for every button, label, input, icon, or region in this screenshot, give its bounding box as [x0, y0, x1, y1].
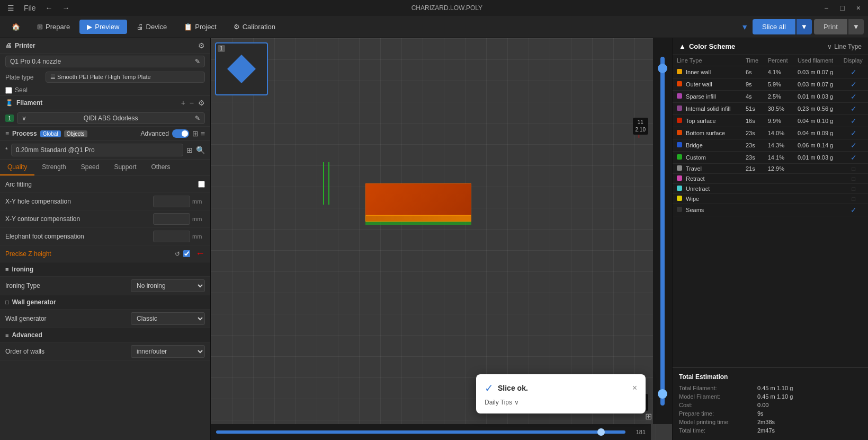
model-area — [365, 173, 471, 225]
minimize-btn[interactable]: − — [821, 3, 831, 13]
te-row-3: Prepare time:9s — [679, 409, 862, 418]
check-icon-3[interactable]: ✓ — [851, 104, 857, 113]
wall-gen-label: Wall generator — [5, 315, 131, 322]
row-check-12[interactable]: ✓ — [839, 204, 868, 216]
tab-speed[interactable]: Speed — [74, 160, 107, 175]
arc-fitting-checkbox[interactable] — [198, 181, 205, 188]
printer-settings-btn[interactable]: ⚙ — [198, 41, 205, 50]
precise-z-checkbox[interactable] — [183, 250, 190, 257]
xy-contour-label: X-Y contour compensation — [5, 215, 153, 223]
profile-select[interactable]: 0.20mm Standard @Q1 Pro — [11, 144, 183, 156]
precise-z-reset-icon[interactable]: ↺ — [175, 250, 180, 258]
check-icon-12[interactable]: ✓ — [851, 206, 857, 214]
seal-checkbox[interactable] — [5, 87, 12, 94]
row-fil-4: 0.04 m 0.10 g — [793, 115, 839, 127]
row-check-0[interactable]: ✓ — [839, 66, 868, 78]
close-btn[interactable]: × — [853, 3, 864, 13]
filament-remove-btn[interactable]: − — [190, 99, 194, 107]
file-menu[interactable]: File — [21, 3, 39, 13]
nav-home[interactable]: 🏠 — [4, 20, 28, 34]
collapse-icon[interactable]: ▲ — [679, 42, 686, 50]
check-icon-4[interactable]: ✓ — [851, 117, 857, 125]
tab-quality[interactable]: Quality — [0, 160, 34, 175]
col-header-time: Time — [741, 55, 764, 66]
slice-all-button[interactable]: Slice all — [753, 19, 795, 34]
timeline-track[interactable] — [216, 430, 625, 434]
slice-toast-close-btn[interactable]: × — [632, 383, 637, 393]
tab-strength[interactable]: Strength — [34, 160, 73, 175]
viewport[interactable]: 1 — [211, 38, 672, 440]
timeline-thumb[interactable] — [597, 428, 605, 436]
wall-gen-select[interactable]: Classic — [131, 312, 205, 325]
check-icon-6[interactable]: ✓ — [851, 141, 857, 149]
print-dropdown-btn[interactable]: ▼ — [848, 19, 864, 34]
badge-global[interactable]: Global — [40, 130, 61, 137]
back-btn[interactable]: ← — [42, 3, 56, 13]
filament-add-btn[interactable]: + — [181, 99, 185, 107]
seal-checkbox-label[interactable]: Seal — [5, 86, 28, 94]
process-copy-btn[interactable]: ⊞ — [192, 129, 199, 138]
check-empty-8[interactable]: □ — [852, 165, 856, 172]
badge-objects[interactable]: Objects — [64, 130, 87, 137]
nav-prepare[interactable]: ⊞ Prepare — [30, 20, 77, 34]
xy-contour-input[interactable]: 0 — [153, 213, 190, 225]
elephant-foot-input[interactable]: 0.15 — [153, 231, 190, 242]
row-check-9[interactable]: □ — [839, 174, 868, 184]
nav-device[interactable]: 🖨 Device — [129, 20, 175, 34]
row-check-4[interactable]: ✓ — [839, 115, 868, 127]
check-empty-9[interactable]: □ — [852, 175, 856, 182]
nav-preview[interactable]: ▶ Preview — [79, 20, 127, 34]
color-dot-2 — [677, 93, 682, 99]
row-check-1[interactable]: ✓ — [839, 78, 868, 91]
row-check-7[interactable]: ✓ — [839, 152, 868, 164]
v-slider-thumb-bottom[interactable] — [658, 389, 667, 399]
daily-tips[interactable]: Daily Tips ∨ — [485, 399, 637, 406]
layers-icon[interactable]: ⊞ — [645, 411, 652, 421]
thumbnail-wrapper[interactable]: 1 — [215, 42, 268, 95]
tab-support[interactable]: Support — [106, 160, 144, 175]
tab-others[interactable]: Others — [144, 160, 177, 175]
row-check-11[interactable]: □ — [839, 194, 868, 204]
filament-select[interactable]: ∨ QIDI ABS Odorless ✎ — [17, 112, 205, 124]
check-icon-7[interactable]: ✓ — [851, 153, 857, 162]
row-check-5[interactable]: ✓ — [839, 127, 868, 139]
check-icon-0[interactable]: ✓ — [851, 68, 857, 76]
color-table-row: Inner wall 6s 4.1% 0.03 m 0.07 g ✓ — [673, 66, 868, 78]
xy-hole-input[interactable]: 0 — [153, 196, 190, 207]
v-slider-track[interactable] — [660, 57, 665, 406]
row-check-10[interactable]: □ — [839, 184, 868, 194]
row-type-7: Custom — [673, 152, 741, 164]
row-check-8[interactable]: □ — [839, 164, 868, 174]
process-icons: ⊞ ≡ — [192, 129, 205, 138]
process-more-btn[interactable]: ≡ — [201, 129, 205, 138]
row-fil-0: 0.03 m 0.07 g — [793, 66, 839, 78]
line-type-dropdown[interactable]: ∨ Line Type — [827, 43, 862, 50]
order-walls-select[interactable]: inner/outer — [131, 345, 205, 358]
row-check-2[interactable]: ✓ — [839, 91, 868, 103]
slice-dropdown-btn[interactable]: ▼ — [797, 19, 812, 34]
row-name-1: Outer wall — [686, 81, 712, 87]
title-bar: ☰ File ← → CHARIZARD.LOW.POLY − □ × — [0, 0, 868, 16]
advanced-toggle[interactable] — [172, 129, 189, 138]
v-slider-thumb-top[interactable] — [658, 64, 667, 73]
print-button[interactable]: Print — [814, 19, 847, 34]
te-label-4: Model printing time: — [679, 419, 753, 425]
ironing-type-select[interactable]: No ironing — [131, 279, 205, 292]
forward-btn[interactable]: → — [59, 3, 73, 13]
menu-icon[interactable]: ☰ — [4, 3, 17, 13]
nav-project[interactable]: 📋 Project — [176, 20, 223, 34]
profile-copy-btn[interactable]: ⊞ — [186, 146, 193, 154]
check-icon-5[interactable]: ✓ — [851, 129, 857, 137]
slice-dropdown-left[interactable]: ▼ — [738, 22, 751, 32]
check-icon-1[interactable]: ✓ — [851, 80, 857, 89]
check-empty-10[interactable]: □ — [852, 186, 856, 192]
nav-calibration[interactable]: ⚙ Calibration — [226, 20, 283, 34]
filament-settings-btn[interactable]: ⚙ — [198, 99, 205, 107]
row-check-3[interactable]: ✓ — [839, 103, 868, 115]
check-empty-11[interactable]: □ — [852, 196, 856, 202]
printer-name-select[interactable]: Q1 Pro 0.4 nozzle ✎ — [5, 56, 205, 67]
maximize-btn[interactable]: □ — [837, 3, 847, 13]
profile-search-btn[interactable]: 🔍 — [196, 146, 205, 154]
row-check-6[interactable]: ✓ — [839, 139, 868, 152]
check-icon-2[interactable]: ✓ — [851, 92, 857, 101]
